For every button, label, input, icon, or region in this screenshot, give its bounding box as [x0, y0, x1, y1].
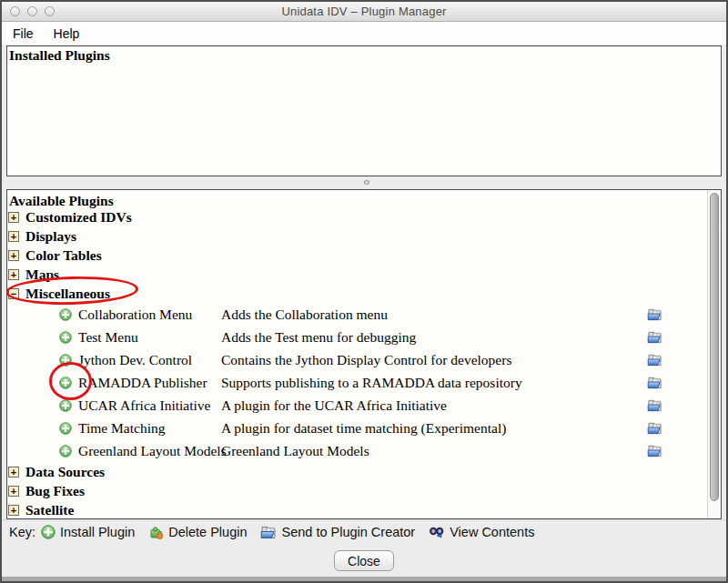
collapse-toggle-icon[interactable]: − — [8, 288, 19, 299]
plugin-name: Greenland Layout Models — [78, 443, 221, 459]
category-label: Maps — [25, 266, 59, 283]
send-to-plugin-creator-icon[interactable] — [647, 421, 662, 435]
footer-bar: Close — [2, 544, 726, 577]
expand-toggle-icon[interactable]: + — [8, 505, 19, 516]
tree-category-color-tables[interactable]: + Color Tables — [7, 246, 707, 265]
tree-category-data-sources[interactable]: + Data Sources — [7, 462, 707, 481]
plugin-row-ramadda-publisher[interactable]: RAMADDA Publisher Supports publishing to… — [7, 371, 707, 394]
expand-toggle-icon[interactable]: + — [8, 269, 19, 280]
install-plugin-icon[interactable] — [59, 399, 72, 412]
tree-category-satellite[interactable]: + Satellite — [7, 500, 707, 519]
delete-plugin-icon — [148, 525, 164, 539]
installed-plugins-header: Installed Plugins — [7, 46, 721, 62]
expand-toggle-icon[interactable]: + — [8, 212, 19, 223]
send-to-plugin-creator-icon[interactable] — [647, 330, 662, 344]
main-area: Installed Plugins Available Plugins + Cu… — [2, 45, 726, 577]
key-item-view-contents: View Contents — [429, 525, 534, 539]
expand-toggle-icon[interactable]: + — [8, 250, 19, 261]
plugin-description: A plugin for the UCAR Africa Initiative — [221, 397, 447, 414]
window-minimize-button[interactable] — [27, 6, 37, 16]
plugin-name: Time Matching — [78, 420, 221, 437]
title-bar: Unidata IDV – Plugin Manager — [2, 2, 726, 22]
expand-toggle-icon[interactable]: + — [8, 467, 19, 477]
plugin-name: UCAR Africa Initiative — [78, 397, 221, 414]
plugin-row-collaboration-menu[interactable]: Collaboration Menu Adds the Collaboratio… — [7, 303, 707, 326]
key-item-install-plugin: Install Plugin — [41, 525, 135, 539]
menu-item-file[interactable]: File — [13, 26, 34, 41]
installed-plugins-panel: Installed Plugins — [6, 45, 722, 176]
tree-category-bug-fixes[interactable]: + Bug Fixes — [7, 481, 707, 500]
send-to-plugin-creator-icon[interactable] — [647, 353, 662, 367]
install-plugin-icon[interactable] — [59, 445, 72, 457]
window-controls — [10, 6, 55, 16]
install-plugin-icon[interactable] — [59, 354, 72, 367]
install-plugin-icon[interactable] — [59, 422, 72, 435]
category-label: Customized IDVs — [25, 209, 132, 226]
send-to-plugin-creator-icon — [260, 525, 277, 539]
split-pane-divider[interactable] — [2, 176, 726, 189]
key-item-send-to-plugin-creator: Send to Plugin Creator — [260, 525, 415, 539]
plugin-row-greenland-layout-models[interactable]: Greenland Layout Models Greenland Layout… — [7, 439, 707, 462]
send-to-plugin-creator-icon[interactable] — [647, 376, 662, 389]
expand-toggle-icon[interactable]: + — [8, 486, 19, 497]
send-to-plugin-creator-icon[interactable] — [647, 398, 662, 412]
category-label: Bug Fixes — [25, 483, 85, 499]
plugin-row-ucar-africa-initiative[interactable]: UCAR Africa Initiative A plugin for the … — [7, 394, 707, 417]
window-bottom-edge — [2, 577, 726, 582]
available-plugins-tree: Available Plugins + Customized IDVs + Di… — [7, 190, 707, 519]
send-to-plugin-creator-icon[interactable] — [647, 444, 662, 457]
key-item-label: Delete Plugin — [168, 525, 247, 539]
category-label: Color Tables — [25, 247, 102, 264]
install-plugin-icon[interactable] — [59, 377, 72, 389]
plugin-description: Supports publishing to a RAMADDA data re… — [221, 375, 522, 391]
key-label: Key: — [9, 525, 35, 539]
key-item-delete-plugin: Delete Plugin — [148, 525, 247, 539]
view-contents-icon — [429, 525, 445, 539]
menu-item-help[interactable]: Help — [54, 26, 80, 41]
category-label: Satellite — [25, 502, 74, 518]
category-label: Data Sources — [25, 464, 105, 480]
plugin-name: Collaboration Menu — [78, 307, 221, 323]
window-title: Unidata IDV – Plugin Manager — [2, 5, 726, 18]
plugin-name: RAMADDA Publisher — [78, 375, 221, 391]
scrollbar-thumb[interactable] — [710, 193, 719, 501]
plugin-row-time-matching[interactable]: Time Matching A plugin for dataset time … — [7, 417, 707, 439]
plugin-description: Greenland Layout Models — [221, 443, 369, 459]
menu-bar: File Help — [2, 22, 726, 45]
plugin-manager-window: Unidata IDV – Plugin Manager File Help I… — [0, 0, 728, 583]
available-plugins-header: Available Plugins — [7, 192, 707, 207]
vertical-scrollbar[interactable] — [707, 190, 721, 518]
tree-category-miscellaneous[interactable]: − Miscellaneous — [7, 284, 707, 303]
close-button[interactable]: Close — [334, 550, 394, 571]
install-plugin-icon — [41, 525, 56, 539]
key-item-label: View Contents — [450, 525, 534, 539]
send-to-plugin-creator-icon[interactable] — [647, 307, 662, 321]
window-close-button[interactable] — [10, 6, 20, 16]
plugin-description: Adds the Test menu for debugging — [221, 329, 416, 346]
key-item-label: Send to Plugin Creator — [281, 525, 415, 539]
tree-category-maps[interactable]: + Maps — [7, 265, 707, 284]
category-label: Displays — [25, 228, 76, 245]
plugin-name: Test Menu — [78, 329, 221, 346]
splitter-grip-icon[interactable] — [364, 180, 369, 185]
plugin-description: Contains the Jython Display Control for … — [221, 352, 511, 368]
window-zoom-button[interactable] — [45, 6, 55, 16]
plugin-row-jython-dev-control[interactable]: Jython Dev. Control Contains the Jython … — [7, 348, 707, 371]
tree-category-customized-idvs[interactable]: + Customized IDVs — [7, 207, 707, 226]
install-plugin-icon[interactable] — [59, 308, 72, 321]
available-plugins-panel: Available Plugins + Customized IDVs + Di… — [6, 189, 722, 519]
expand-toggle-icon[interactable]: + — [8, 231, 19, 242]
key-item-label: Install Plugin — [60, 525, 135, 539]
plugin-description: Adds the Collaboration menu — [221, 307, 388, 323]
install-plugin-icon[interactable] — [59, 331, 72, 344]
plugin-name: Jython Dev. Control — [78, 352, 221, 368]
category-label: Miscellaneous — [25, 286, 110, 302]
key-legend-bar: Key: Install Plugin Delete Plugin Send t… — [2, 519, 726, 544]
tree-category-displays[interactable]: + Displays — [7, 226, 707, 246]
plugin-description: A plugin for dataset time matching (Expe… — [221, 420, 506, 437]
plugin-row-test-menu[interactable]: Test Menu Adds the Test menu for debuggi… — [7, 326, 707, 348]
